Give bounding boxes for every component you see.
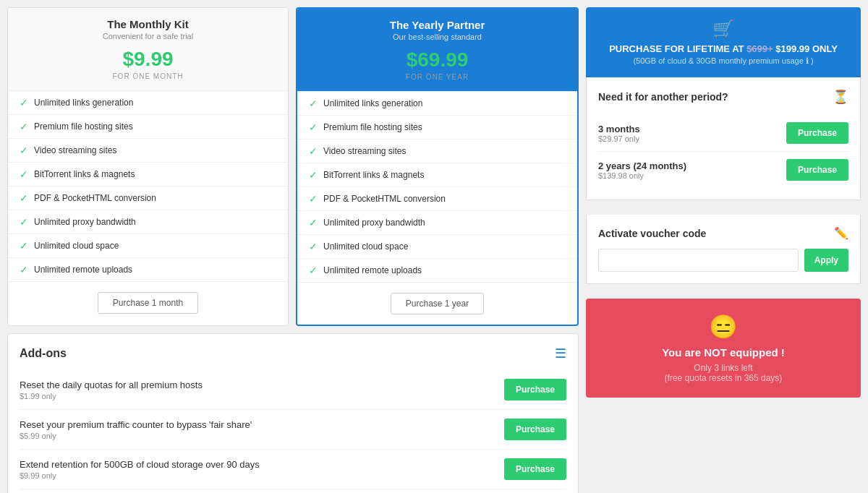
period-options-list: 3 months $29.97 only Purchase 2 years (2… <box>598 115 848 188</box>
timer-icon: ⏳ <box>833 89 848 105</box>
addon-price: $5.99 only <box>20 432 252 440</box>
voucher-header: Activate voucher code ✏️ <box>598 226 848 240</box>
lifetime-new-price: $199.99 <box>775 43 809 54</box>
addon-name: Extend retention for 500GB of cloud stor… <box>20 459 260 470</box>
addon-name: Reset your premium traffic counter to by… <box>20 419 252 430</box>
yearly-plan-price: $69.99 <box>307 48 567 72</box>
yearly-features-list: ✓Unlimited links generation✓Premium file… <box>297 92 577 282</box>
yearly-plan-period: FOR ONE YEAR <box>307 73 567 81</box>
monthly-features-list: ✓Unlimited links generation✓Premium file… <box>8 91 288 281</box>
yearly-feature-row: ✓Unlimited links generation <box>297 92 577 116</box>
check-icon: ✓ <box>309 217 318 228</box>
not-equipped-line1: Only 3 links left <box>600 363 846 373</box>
addon-purchase-button[interactable]: Purchase <box>504 458 566 480</box>
check-icon: ✓ <box>309 169 318 181</box>
monthly-plan-period: FOR ONE MONTH <box>18 72 278 80</box>
apply-button[interactable]: Apply <box>804 249 848 272</box>
not-equipped-title: You are NOT equipped ! <box>600 346 846 359</box>
check-icon: ✓ <box>20 192 28 204</box>
check-icon: ✓ <box>309 193 318 205</box>
addon-purchase-button[interactable]: Purchase <box>504 419 566 440</box>
check-icon: ✓ <box>20 121 28 132</box>
check-icon: ✓ <box>20 216 28 228</box>
yearly-feature-row: ✓Unlimited proxy bandwidth <box>297 211 577 235</box>
check-icon: ✓ <box>20 145 28 156</box>
yearly-feature-row: ✓Unlimited cloud space <box>297 235 577 259</box>
voucher-section: Activate voucher code ✏️ Apply <box>586 215 861 284</box>
monthly-feature-row: ✓PDF & PocketHTML conversion <box>8 187 288 210</box>
addon-purchase-button[interactable]: Purchase <box>504 379 566 400</box>
monthly-feature-row: ✓Unlimited cloud space <box>8 234 288 258</box>
monthly-feature-row: ✓Unlimited proxy bandwidth <box>8 210 288 234</box>
addon-row: Reset your premium traffic counter to by… <box>20 410 566 450</box>
monthly-feature-row: ✓Premium file hosting sites <box>8 115 288 139</box>
voucher-input-row: Apply <box>598 249 848 272</box>
monthly-feature-row: ✓Video streaming sites <box>8 139 288 163</box>
monthly-purchase-button[interactable]: Purchase 1 month <box>98 292 198 314</box>
lifetime-text: PURCHASE FOR LIFETIME AT $699+ $199.99 O… <box>597 43 849 54</box>
lifetime-suffix: ONLY <box>812 43 838 54</box>
addons-section: Add-ons ☰ Reset the daily quotas for all… <box>7 333 579 493</box>
monthly-feature-row: ✓Unlimited links generation <box>8 91 288 115</box>
another-period-section: Need it for another period? ⏳ 3 months $… <box>586 77 861 200</box>
check-icon: ✓ <box>20 240 28 252</box>
filter-icon: ☰ <box>555 346 566 361</box>
addon-row: Reset the daily quotas for all premium h… <box>20 370 566 410</box>
period-option-row: 3 months $29.97 only Purchase <box>598 115 848 152</box>
lifetime-banner: 🛒 PURCHASE FOR LIFETIME AT $699+ $199.99… <box>586 7 861 77</box>
addon-row: Extend retention for 500GB of cloud stor… <box>20 450 566 489</box>
period-purchase-button[interactable]: Purchase <box>786 122 848 144</box>
period-header: Need it for another period? ⏳ <box>598 89 848 105</box>
yearly-btn-row: Purchase 1 year <box>297 282 577 325</box>
monthly-plan-subtitle: Convenient for a safe trial <box>18 32 278 40</box>
period-option-price: $139.98 only <box>598 171 686 180</box>
yearly-plan-title: The Yearly Partner <box>307 19 567 31</box>
period-purchase-button[interactable]: Purchase <box>786 159 848 181</box>
yearly-feature-row: ✓Unlimited remote uploads <box>297 259 577 282</box>
monthly-feature-row: ✓BitTorrent links & magnets <box>8 163 288 187</box>
addon-price: $1.99 only <box>20 392 203 400</box>
period-option-row: 2 years (24 months) $139.98 only Purchas… <box>598 152 848 188</box>
check-icon: ✓ <box>309 145 318 157</box>
check-icon: ✓ <box>20 264 28 275</box>
addons-list: Reset the daily quotas for all premium h… <box>20 370 566 493</box>
voucher-title: Activate voucher code <box>598 228 706 239</box>
not-equipped-icon: 😑 <box>600 313 846 340</box>
period-option-name: 3 months <box>598 124 640 134</box>
addons-header: Add-ons ☰ <box>20 346 566 361</box>
check-icon: ✓ <box>309 121 318 133</box>
addon-price: $9.99 only <box>20 471 260 480</box>
period-title: Need it for another period? <box>598 91 728 103</box>
check-icon: ✓ <box>309 98 318 109</box>
yearly-purchase-button[interactable]: Purchase 1 year <box>391 293 484 314</box>
yearly-plan-header: The Yearly Partner Our best-selling stan… <box>297 9 577 92</box>
yearly-feature-row: ✓PDF & PocketHTML conversion <box>297 187 577 211</box>
lifetime-old-price: $699+ <box>746 43 773 54</box>
yearly-plan-subtitle: Our best-selling standard <box>307 33 567 41</box>
period-option-price: $29.97 only <box>598 134 640 143</box>
cart-icon: 🛒 <box>597 19 849 39</box>
addons-title: Add-ons <box>20 347 67 360</box>
not-equipped-section: 😑 You are NOT equipped ! Only 3 links le… <box>586 299 861 398</box>
monthly-plan-title: The Monthly Kit <box>18 18 278 30</box>
lifetime-subtext: (50GB of cloud & 30GB monthly premium us… <box>597 56 849 66</box>
monthly-btn-row: Purchase 1 month <box>8 281 288 324</box>
monthly-feature-row: ✓Unlimited remote uploads <box>8 258 288 281</box>
addon-row: Access to 5 instant/reserved BitTorrent … <box>20 489 566 493</box>
monthly-plan-header: The Monthly Kit Convenient for a safe tr… <box>8 8 288 91</box>
yearly-feature-row: ✓BitTorrent links & magnets <box>297 163 577 187</box>
pencil-icon: ✏️ <box>834 226 848 240</box>
voucher-input[interactable] <box>598 249 799 272</box>
check-icon: ✓ <box>20 97 28 108</box>
not-equipped-line2: (free quota resets in 365 days) <box>600 373 846 383</box>
period-option-name: 2 years (24 months) <box>598 160 686 171</box>
addon-name: Reset the daily quotas for all premium h… <box>20 380 203 390</box>
check-icon: ✓ <box>20 168 28 180</box>
monthly-plan-card: The Monthly Kit Convenient for a safe tr… <box>7 7 289 326</box>
check-icon: ✓ <box>309 265 318 276</box>
yearly-plan-card: The Yearly Partner Our best-selling stan… <box>296 7 579 326</box>
yearly-feature-row: ✓Video streaming sites <box>297 140 577 163</box>
monthly-plan-price: $9.99 <box>18 48 278 71</box>
check-icon: ✓ <box>309 241 318 252</box>
yearly-feature-row: ✓Premium file hosting sites <box>297 116 577 140</box>
